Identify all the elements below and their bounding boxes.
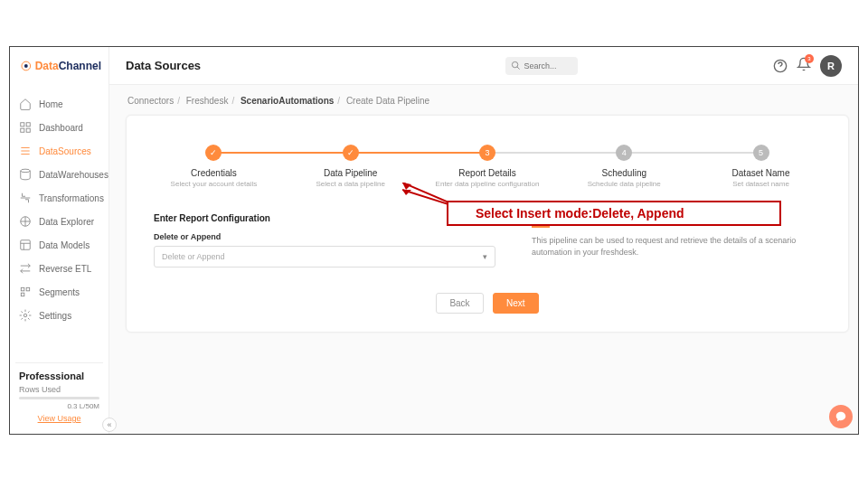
step-dot: 3 — [479, 145, 495, 161]
step-dot: 5 — [753, 145, 769, 161]
sidebar-item-home[interactable]: Home — [10, 92, 108, 116]
sidebar: DataChannel Home Dashboard DataSources D… — [10, 47, 109, 434]
step-label: Data Pipeline — [290, 168, 410, 178]
svg-point-12 — [24, 314, 27, 317]
sidebar-item-datawarehouses[interactable]: DataWarehouses — [10, 163, 108, 186]
step-label: Credentials — [154, 168, 274, 178]
logo-icon — [21, 58, 32, 74]
datasources-icon — [19, 145, 32, 157]
wizard-card: ✓ Credentials Select your account detail… — [126, 115, 849, 333]
sidebar-item-datamodels[interactable]: Data Models — [10, 233, 108, 257]
svg-point-13 — [512, 61, 517, 67]
sidebar-item-label: Settings — [39, 311, 71, 321]
sidebar-item-label: DataSources — [39, 146, 91, 156]
content: Connectors/ Freshdesk/ ScenarioAutomatio… — [126, 85, 849, 434]
sidebar-item-settings[interactable]: Settings — [10, 304, 108, 327]
svg-point-6 — [21, 169, 31, 173]
breadcrumb-item: Create Data Pipeline — [346, 96, 429, 106]
bell-badge: 3 — [805, 54, 814, 63]
nav: Home Dashboard DataSources DataWarehouse… — [10, 92, 108, 327]
svg-rect-9 — [21, 287, 24, 291]
step-sub: Set dataset name — [701, 180, 821, 188]
step-dot: ✓ — [205, 145, 222, 161]
database-icon — [19, 168, 32, 181]
back-button[interactable]: Back — [436, 293, 483, 314]
chevron-down-icon: ▾ — [483, 252, 487, 261]
step-reportdetails: 3 Report Details Enter data pipeline con… — [428, 145, 548, 188]
help-icon[interactable] — [773, 59, 788, 73]
step-dot: 4 — [616, 145, 632, 161]
next-button[interactable]: Next — [493, 293, 539, 314]
logo-text: DataChannel — [35, 60, 101, 72]
sidebar-item-label: DataWarehouses — [39, 170, 108, 180]
step-sub: Schedule data pipeline — [564, 180, 684, 188]
breadcrumb-item[interactable]: Freshdesk — [186, 96, 229, 106]
svg-rect-3 — [26, 123, 30, 127]
step-datapipeline[interactable]: ✓ Data Pipeline Select a data pipeline — [290, 145, 410, 188]
explorer-icon — [19, 215, 32, 228]
logo[interactable]: DataChannel — [10, 47, 108, 81]
svg-rect-11 — [21, 293, 24, 296]
sidebar-item-label: Home — [39, 99, 63, 109]
stepper: ✓ Credentials Select your account detail… — [154, 145, 821, 188]
search-input[interactable] — [524, 61, 570, 70]
collapse-sidebar-button[interactable]: « — [102, 418, 117, 432]
chat-icon — [835, 410, 847, 423]
models-icon — [19, 239, 32, 251]
sidebar-item-label: Segments — [39, 287, 80, 297]
sidebar-item-label: Reverse ETL — [39, 264, 91, 274]
section-title: Enter Report Configuration — [154, 213, 495, 223]
step-sub: Select a data pipeline — [290, 180, 410, 188]
search-box[interactable] — [505, 57, 578, 75]
plan-name: Professsional — [19, 371, 99, 381]
breadcrumb: Connectors/ Freshdesk/ ScenarioAutomatio… — [126, 85, 849, 115]
step-dot: ✓ — [343, 145, 359, 161]
description-text: This pipeline can be used to request and… — [532, 235, 821, 258]
svg-rect-8 — [21, 240, 31, 250]
gear-icon — [19, 309, 32, 322]
reverseetl-icon — [19, 262, 32, 275]
svg-rect-2 — [21, 123, 24, 127]
breadcrumb-item[interactable]: ScenarioAutomations — [241, 96, 334, 106]
step-label: Dataset Name — [701, 168, 821, 178]
sidebar-item-label: Transformations — [39, 193, 104, 203]
dashboard-icon — [19, 121, 32, 134]
home-icon — [19, 98, 32, 110]
segments-icon — [19, 286, 32, 298]
chat-button[interactable] — [829, 405, 853, 428]
sidebar-item-label: Data Models — [39, 240, 90, 250]
sidebar-item-datasources[interactable]: DataSources — [10, 139, 108, 163]
step-scheduling: 4 Scheduling Schedule data pipeline — [564, 145, 684, 188]
select-placeholder: Delete or Append — [162, 252, 225, 261]
step-label: Report Details — [428, 168, 548, 178]
step-label: Scheduling — [564, 168, 684, 178]
step-sub: Select your account details — [154, 180, 274, 188]
svg-rect-4 — [21, 128, 24, 132]
view-usage-link[interactable]: View Usage — [19, 414, 99, 423]
breadcrumb-item[interactable]: Connectors — [127, 96, 174, 106]
sidebar-item-transformations[interactable]: Transformations — [10, 186, 108, 210]
sidebar-item-label: Dashboard — [39, 123, 83, 133]
svg-rect-5 — [26, 128, 30, 132]
sidebar-item-dataexplorer[interactable]: Data Explorer — [10, 210, 108, 233]
svg-point-1 — [24, 64, 28, 68]
avatar[interactable]: R — [820, 55, 842, 77]
plan-count: 0.3 L/50M — [19, 402, 99, 410]
sidebar-item-dashboard[interactable]: Dashboard — [10, 116, 108, 139]
header: Data Sources 3 R — [109, 47, 858, 85]
sidebar-item-reverseetl[interactable]: Reverse ETL — [10, 257, 108, 280]
sidebar-item-label: Data Explorer — [39, 217, 94, 227]
plan-rows-label: Rows Used — [19, 385, 99, 394]
plan-progress-bar — [19, 397, 99, 399]
sidebar-item-segments[interactable]: Segments — [10, 280, 108, 304]
delete-or-append-select[interactable]: Delete or Append ▾ — [154, 246, 495, 267]
plan-box: Professsional Rows Used 0.3 L/50M View U… — [15, 362, 103, 423]
wizard-actions: Back Next — [154, 293, 821, 314]
page-title: Data Sources — [126, 59, 201, 72]
svg-rect-10 — [26, 287, 30, 291]
notifications-button[interactable]: 3 — [797, 57, 811, 75]
label-underline — [532, 226, 550, 228]
field-label: Delete or Append — [154, 232, 495, 241]
step-datasetname: 5 Dataset Name Set dataset name — [701, 145, 821, 188]
step-credentials[interactable]: ✓ Credentials Select your account detail… — [154, 145, 274, 188]
